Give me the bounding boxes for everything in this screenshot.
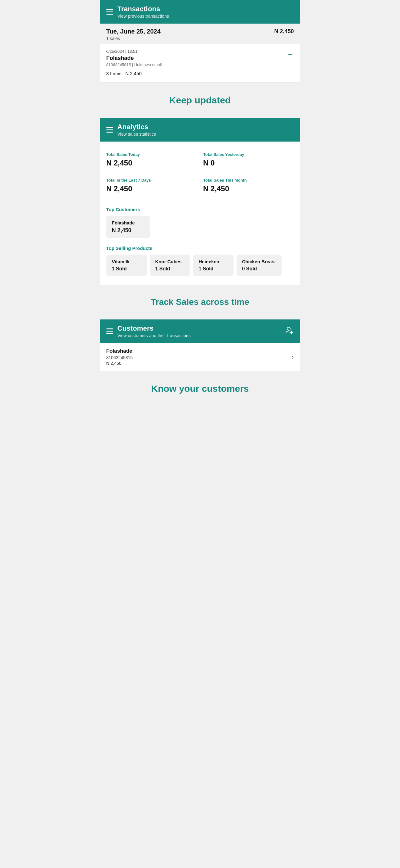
customer-list-item[interactable]: Folashade 81063245815 N 2,450 › [100,343,300,371]
svg-point-0 [287,327,290,330]
top-customers-section: Top Customers Folashade N 2,450 [100,206,300,244]
analytics-value-3: N 2,450 [203,184,291,193]
product-sold-3: 0 Sold [242,266,276,272]
transaction-datetime: 6/25/2024 | 13:51 [106,49,162,54]
product-name-0: Vitamilk [112,259,141,264]
transaction-item[interactable]: 6/25/2024 | 13:51 Folashade 81063245815 … [100,44,300,83]
analytics-label-3: Total Sales This Month [203,178,291,183]
top-customer-card: Folashade N 2,450 [106,216,150,238]
customer-list-name: Folashade [106,348,133,354]
keep-updated-banner: Keep updated [100,83,300,118]
analytics-stats-grid: Total Sales Today N 2,450 Total Sales Ye… [100,142,300,206]
know-customers-banner: Know your customers [100,371,300,406]
products-scroll-container[interactable]: Vitamilk 1 Sold Knor Cubes 1 Sold Heinek… [106,254,294,277]
top-customers-title: Top Customers [106,206,294,216]
analytics-label-0: Total Sales Today [106,152,197,157]
analytics-subtitle: View sales statistics [118,132,294,136]
analytics-cell-3: Total Sales This Month N 2,450 [200,174,294,199]
analytics-cell-1: Total Sales Yesterday N 0 [200,148,294,174]
customers-header: Customers View customers and their trans… [100,319,300,343]
top-customer-amount: N 2,450 [112,227,144,234]
customers-title: Customers [118,324,281,333]
top-customer-name: Folashade [112,220,144,225]
transaction-items-summary: 3 Items: N 2,450 [106,71,294,76]
keep-updated-title: Keep updated [106,95,294,105]
product-name-3: Chicken Breast [242,259,276,264]
transaction-items-amount: N 2,450 [125,71,142,76]
transactions-subtitle: View previous transactions [118,14,294,19]
product-card-2: Heineken 1 Sold [193,254,233,276]
customer-chevron-icon: › [292,353,294,361]
transaction-customer-name: Folashade [106,55,162,61]
customer-list-phone: 81063245815 [106,355,133,360]
date-sales-count: 1 sales [106,36,294,41]
product-name-2: Heineken [199,259,228,264]
analytics-cell-2: Total in the Last 7 Days N 2,450 [106,174,200,199]
analytics-value-0: N 2,450 [106,159,197,167]
product-sold-1: 1 Sold [155,266,185,272]
transaction-contact: 81063245815 | Unknown email [106,62,162,67]
product-sold-2: 1 Sold [199,266,228,272]
transaction-arrow-icon[interactable]: → [287,50,294,58]
track-sales-banner: Track Sales across time [100,285,300,319]
analytics-value-2: N 2,450 [106,184,197,193]
top-products-title: Top Selling Products [106,244,294,254]
transaction-items-label: 3 Items: [106,71,123,76]
transactions-header: Transactions View previous transactions [100,0,300,24]
analytics-value-1: N 0 [203,159,291,167]
customers-menu-icon[interactable] [106,329,113,334]
analytics-cell-0: Total Sales Today N 2,450 [106,148,200,174]
customers-subtitle: View customers and their transactions [118,333,281,338]
product-sold-0: 1 Sold [112,266,141,272]
analytics-header: Analytics View sales statistics [100,118,300,142]
analytics-label-1: Total Sales Yesterday [203,152,291,157]
date-title: Tue, June 25, 2024 [106,28,161,35]
date-total-amount: N 2,450 [274,28,294,35]
add-customer-icon[interactable] [285,326,294,337]
analytics-label-2: Total in the Last 7 Days [106,178,197,183]
know-customers-title: Know your customers [106,383,294,394]
top-products-section: Top Selling Products Vitamilk 1 Sold Kno… [100,244,300,285]
product-card-1: Knor Cubes 1 Sold [150,254,190,276]
track-sales-title: Track Sales across time [106,297,294,307]
product-card-3: Chicken Breast 0 Sold [237,254,281,276]
product-name-1: Knor Cubes [155,259,185,264]
customer-list-amount: N 2,450 [106,361,133,366]
transactions-title: Transactions [118,5,294,13]
analytics-title: Analytics [118,123,294,131]
date-group-header: Tue, June 25, 2024 N 2,450 1 sales [100,24,300,44]
transactions-menu-icon[interactable] [106,9,113,14]
product-card-0: Vitamilk 1 Sold [106,254,147,276]
analytics-menu-icon[interactable] [106,127,113,132]
